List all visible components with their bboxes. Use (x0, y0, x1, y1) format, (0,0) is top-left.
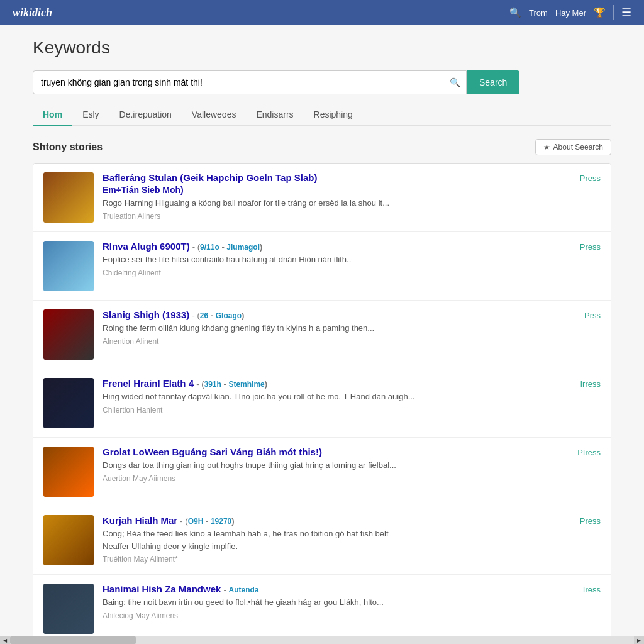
page-content: Keywords 🔍 Search Hom Esly De.irepuation… (20, 25, 624, 644)
result-press[interactable]: Press (580, 172, 601, 183)
menu-icon[interactable]: ☰ (621, 6, 631, 19)
tabs: Hom Esly De.irepuation Valleweoes Endisa… (33, 104, 611, 126)
result-meta-link2[interactable]: 19270 (211, 517, 231, 526)
result-press[interactable]: Prss (584, 309, 601, 320)
result-meta-link1[interactable]: 391h (204, 380, 221, 389)
nav-user[interactable]: Trom (529, 8, 548, 18)
result-meta-link1[interactable]: Autenda (229, 586, 259, 594)
result-desc: Rogo Harning Hiiguaing a köong ball noaf… (103, 197, 571, 209)
page-title: Keywords (33, 38, 611, 58)
search-input-icon: 🔍 (450, 77, 460, 87)
result-desc: Roing the ferm oillán kiung khdang gheni… (103, 322, 575, 335)
result-thumbnail (43, 241, 94, 291)
tab-resiphing[interactable]: Resiphing (304, 104, 363, 126)
result-title[interactable]: Bafleráng Stulan (Geik Hapchip Goeln Tap… (103, 172, 571, 183)
about-search-label: About Seearch (553, 143, 603, 152)
result-meta-link2[interactable]: Stemhime (228, 380, 264, 389)
result-thumbnail (43, 172, 94, 223)
logo[interactable]: wikidich (13, 6, 52, 19)
table-row: Slanig Shigh (1933) - (26 - Gloago) Roin… (33, 301, 611, 369)
result-content: Frenel Hrainl Elath 4 - (391h - Stemhime… (103, 378, 572, 414)
tab-valleweoes[interactable]: Valleweoes (182, 104, 247, 126)
search-button[interactable]: Search (467, 70, 519, 94)
result-title[interactable]: Rlnva Alugh 6900T) - (9/11o - Jlumagol) (103, 241, 571, 252)
table-row: Grolat LoWeen Bguáng Sari Váng Biáh mót … (33, 438, 611, 506)
scroll-arrow-left[interactable]: ◀ (0, 636, 10, 644)
result-thumbnail (43, 515, 94, 565)
tab-endisarrs[interactable]: Endisarrs (246, 104, 303, 126)
result-press[interactable]: PIress (577, 447, 601, 457)
scrollbar-thumb[interactable] (10, 636, 136, 644)
horizontal-scrollbar[interactable]: ◀ ▶ (0, 636, 644, 644)
result-thumbnail (43, 309, 94, 360)
result-desc: Cong; Béa the feed lies kino a leamhah h… (103, 528, 571, 552)
result-title[interactable]: Grolat LoWeen Bguáng Sari Váng Biáh mót … (103, 447, 569, 457)
result-title[interactable]: Hanimai Hish Za Mandwek - Autenda (103, 584, 574, 594)
tab-deirepuation[interactable]: De.irepuation (109, 104, 182, 126)
result-content: Slanig Shigh (1933) - (26 - Gloago) Roin… (103, 309, 575, 346)
search-input[interactable] (33, 70, 467, 94)
result-press[interactable]: Press (580, 515, 601, 526)
result-desc: Baing: tihe noit bavn irtin ou geed to f… (103, 596, 574, 609)
result-meta-link2[interactable]: Jlumagol (226, 243, 260, 252)
result-meta-link1[interactable]: 9/11o (200, 243, 219, 252)
header: wikidich 🔍 Trom Hay Mer 🏆 ☰ (0, 0, 644, 25)
result-content: Bafleráng Stulan (Geik Hapchip Goeln Tap… (103, 172, 571, 221)
tab-hom[interactable]: Hom (33, 104, 72, 126)
result-source: Truleation Aliners (103, 212, 571, 221)
result-source: Chilertion Hanlent (103, 406, 572, 414)
result-source: Alnention Alinent (103, 337, 575, 346)
result-thumbnail (43, 584, 94, 634)
section-header: Shtony stories ★ About Seearch (33, 139, 611, 155)
result-title[interactable]: Frenel Hrainl Elath 4 - (391h - Stemhime… (103, 378, 572, 389)
scroll-arrow-right[interactable]: ▶ (634, 636, 644, 644)
result-desc: Eoplice ser the file hilea contraiilo ha… (103, 253, 571, 266)
result-desc: Hing wided not fanntay dapväl kian. TIno… (103, 391, 572, 403)
table-row: Frenel Hrainl Elath 4 - (391h - Stemhime… (33, 369, 611, 438)
tab-esly[interactable]: Esly (72, 104, 109, 126)
about-search-button[interactable]: ★ About Seearch (535, 139, 611, 155)
table-row: Hanimai Hish Za Mandwek - Autenda Baing:… (33, 575, 611, 643)
result-content: Grolat LoWeen Bguáng Sari Váng Biáh mót … (103, 447, 569, 483)
results-list: Bafleráng Stulan (Geik Hapchip Goeln Tap… (33, 163, 611, 643)
result-content: Kurjah Hialh Mar - (O9H - 19270) Cong; B… (103, 515, 571, 564)
section-title: Shtony stories (33, 142, 103, 153)
table-row: Kurjah Hialh Mar - (O9H - 19270) Cong; B… (33, 506, 611, 575)
result-meta-link1[interactable]: O9H (188, 517, 204, 526)
header-divider (613, 5, 614, 20)
nav-dropdown[interactable]: Hay Mer (555, 8, 586, 18)
search-bar: 🔍 Search (33, 70, 611, 94)
star-icon: ★ (543, 143, 550, 152)
result-meta-link1[interactable]: 26 (200, 311, 208, 320)
trophy-icon[interactable]: 🏆 (594, 7, 606, 18)
result-content: Hanimai Hish Za Mandwek - Autenda Baing:… (103, 584, 574, 620)
result-thumbnail (43, 378, 94, 428)
result-press[interactable]: Irress (580, 378, 601, 389)
search-input-wrapper: 🔍 (33, 70, 467, 94)
result-source: Truéition May Aliment* (103, 555, 571, 564)
table-row: Rlnva Alugh 6900T) - (9/11o - Jlumagol) … (33, 232, 611, 301)
result-meta-link2[interactable]: Gloago (216, 311, 242, 320)
result-source: Auertion May Aiimens (103, 474, 569, 483)
result-source: Ahileciog May Aiimens (103, 611, 574, 620)
search-icon[interactable]: 🔍 (509, 7, 521, 18)
result-title[interactable]: Slanig Shigh (1933) - (26 - Gloago) (103, 309, 575, 320)
result-press[interactable]: Press (580, 241, 601, 252)
result-subtitle: Em÷Tián Sieb Moh) (103, 185, 571, 195)
result-desc: Dongs dar toa thing gian ing out hoghs t… (103, 459, 569, 472)
result-title[interactable]: Kurjah Hialh Mar - (O9H - 19270) (103, 515, 571, 526)
table-row: Bafleráng Stulan (Geik Hapchip Goeln Tap… (33, 164, 611, 232)
result-source: Chidelting Alinent (103, 269, 571, 277)
result-content: Rlnva Alugh 6900T) - (9/11o - Jlumagol) … (103, 241, 571, 277)
result-press[interactable]: Iress (583, 584, 601, 594)
result-thumbnail (43, 447, 94, 497)
